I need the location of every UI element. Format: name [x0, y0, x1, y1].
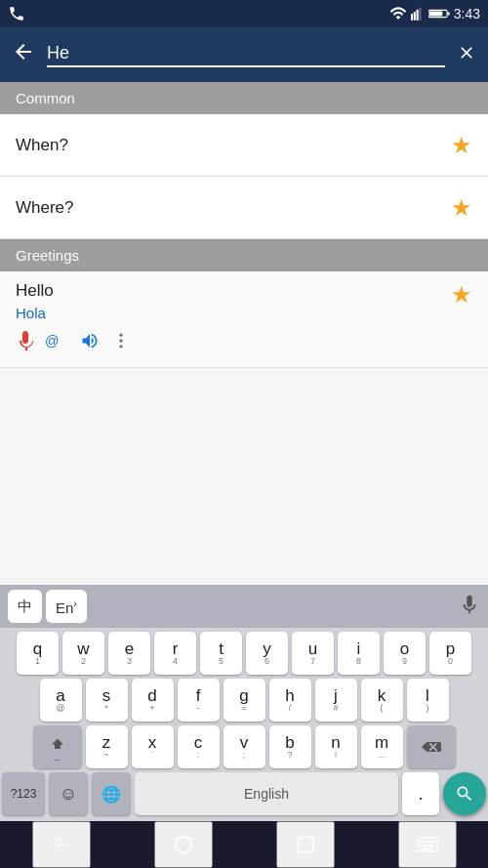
key-h[interactable]: h/ — [269, 679, 311, 722]
keyboard-area: 中 En› q1 w2 e3 r4 t5 y6 u7 i8 o9 p0 a@ s… — [0, 585, 488, 821]
svg-point-8 — [119, 334, 122, 337]
svg-rect-1 — [414, 12, 416, 21]
svg-rect-3 — [419, 8, 421, 21]
chinese-lang-button[interactable]: 中 — [8, 590, 42, 623]
status-bar-right: 3:43 — [389, 6, 480, 21]
key-c[interactable]: c: — [178, 725, 220, 768]
space-key[interactable]: English — [135, 772, 398, 815]
speed-icon[interactable]: @ — [45, 331, 68, 355]
list-item[interactable]: When? ★ — [0, 114, 488, 177]
svg-point-9 — [119, 339, 122, 342]
emoji-key[interactable]: ☺ — [49, 772, 88, 815]
volume-icon[interactable] — [78, 331, 102, 355]
key-a[interactable]: a@ — [40, 679, 82, 722]
search-bar — [0, 27, 488, 82]
battery-icon — [428, 8, 450, 20]
english-lang-button[interactable]: En› — [46, 590, 87, 623]
key-p[interactable]: p0 — [429, 632, 471, 675]
time-display: 3:43 — [454, 6, 480, 21]
clear-button[interactable] — [457, 43, 476, 67]
key-i[interactable]: i8 — [338, 632, 380, 675]
mic-icon[interactable] — [16, 329, 35, 357]
status-bar: 3:43 — [0, 0, 488, 27]
key-s[interactable]: s* — [86, 679, 128, 722]
svg-rect-12 — [298, 838, 312, 852]
wifi-icon — [389, 7, 407, 21]
status-bar-left — [8, 5, 25, 22]
num-key[interactable]: ?123 — [2, 772, 45, 815]
greetings-section-header: Greetings — [0, 239, 488, 271]
hello-item[interactable]: Hello Hola ★ @ — [0, 271, 488, 368]
keyboard-rows: q1 w2 e3 r4 t5 y6 u7 i8 o9 p0 a@ s* d+ f… — [0, 628, 488, 821]
nav-bar — [0, 821, 488, 868]
key-o[interactable]: o9 — [384, 632, 426, 675]
nav-back-button[interactable] — [32, 821, 91, 868]
svg-point-10 — [119, 345, 122, 348]
kb-row-1: q1 w2 e3 r4 t5 y6 u7 i8 o9 p0 — [2, 632, 486, 675]
key-r[interactable]: r4 — [154, 632, 196, 675]
key-v[interactable]: v; — [224, 725, 265, 768]
search-key[interactable] — [443, 772, 486, 815]
svg-rect-5 — [447, 13, 449, 16]
kb-row-2: a@ s* d+ f- g= h/ j# k( l) — [2, 679, 486, 722]
key-k[interactable]: k( — [361, 679, 403, 722]
key-y[interactable]: y6 — [246, 632, 288, 675]
phone-icon — [8, 5, 25, 22]
key-u[interactable]: u7 — [292, 632, 334, 675]
key-q[interactable]: q1 — [17, 632, 59, 675]
star-icon-where[interactable]: ★ — [451, 194, 472, 222]
key-l[interactable]: l) — [407, 679, 449, 722]
key-f[interactable]: f- — [178, 679, 220, 722]
key-w[interactable]: w2 — [62, 632, 104, 675]
key-j[interactable]: j# — [315, 679, 357, 722]
key-m[interactable]: m… — [361, 725, 403, 768]
kb-row-bottom: ?123 ☺ 🌐 English . — [2, 772, 486, 815]
key-e[interactable]: e3 — [108, 632, 150, 675]
search-input[interactable] — [47, 43, 445, 67]
signal-icon — [411, 7, 425, 21]
nav-recent-button[interactable] — [276, 821, 335, 868]
back-button[interactable] — [12, 40, 35, 69]
keyboard-mic-button[interactable] — [459, 594, 480, 620]
key-b[interactable]: b? — [269, 725, 311, 768]
hello-translation: Hola — [16, 305, 54, 321]
key-z[interactable]: z~ — [86, 725, 128, 768]
star-icon-when[interactable]: ★ — [451, 132, 472, 159]
more-icon[interactable] — [111, 331, 131, 355]
list-item[interactable]: Where? ★ — [0, 177, 488, 239]
shift-key[interactable]: _ — [33, 725, 82, 768]
space-key-label: English — [244, 786, 289, 802]
nav-home-button[interactable] — [154, 821, 213, 868]
key-g[interactable]: g= — [224, 679, 265, 722]
globe-key[interactable]: 🌐 — [92, 772, 131, 815]
hello-text: Hello — [16, 281, 54, 301]
svg-point-11 — [175, 837, 191, 853]
svg-rect-6 — [429, 11, 442, 16]
nav-keyboard-button[interactable] — [398, 821, 457, 868]
common-section-header: Common — [0, 82, 488, 114]
svg-rect-2 — [416, 10, 418, 21]
when-text: When? — [16, 136, 68, 155]
svg-rect-0 — [411, 14, 413, 21]
key-x[interactable]: x` — [132, 725, 174, 768]
key-n[interactable]: n! — [315, 725, 357, 768]
backspace-key[interactable] — [407, 725, 456, 768]
star-icon-hello[interactable]: ★ — [451, 281, 472, 309]
where-text: Where? — [16, 198, 74, 218]
svg-text:@: @ — [45, 333, 60, 349]
key-t[interactable]: t5 — [200, 632, 242, 675]
keyboard-topbar: 中 En› — [0, 585, 488, 628]
key-d[interactable]: d+ — [132, 679, 174, 722]
kb-row-3: _ z~ x` c: v; b? n! m… — [2, 725, 486, 768]
period-key[interactable]: . — [402, 772, 439, 815]
